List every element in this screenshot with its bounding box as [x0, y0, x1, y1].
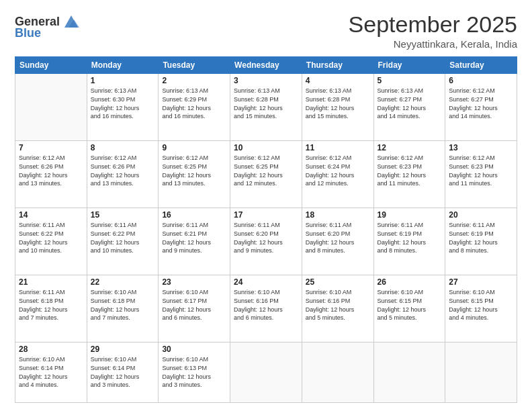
day-info: Sunrise: 6:13 AM Sunset: 6:28 PM Dayligh… — [234, 87, 298, 120]
day-number: 19 — [378, 210, 442, 220]
table-row: 6Sunrise: 6:12 AM Sunset: 6:27 PM Daylig… — [445, 74, 517, 141]
logo: General Blue — [15, 15, 81, 40]
table-row: 9Sunrise: 6:12 AM Sunset: 6:25 PM Daylig… — [159, 141, 230, 208]
logo-icon — [62, 14, 81, 29]
table-row: 12Sunrise: 6:12 AM Sunset: 6:23 PM Dayli… — [373, 141, 445, 208]
table-row: 27Sunrise: 6:10 AM Sunset: 6:15 PM Dayli… — [445, 275, 517, 342]
day-number: 28 — [19, 345, 83, 354]
day-info: Sunrise: 6:12 AM Sunset: 6:25 PM Dayligh… — [162, 154, 226, 187]
day-info: Sunrise: 6:11 AM Sunset: 6:22 PM Dayligh… — [91, 221, 155, 255]
day-number: 16 — [162, 210, 226, 220]
table-row: 23Sunrise: 6:10 AM Sunset: 6:17 PM Dayli… — [159, 275, 230, 342]
table-row: 24Sunrise: 6:10 AM Sunset: 6:16 PM Dayli… — [230, 275, 302, 342]
table-row: 3Sunrise: 6:13 AM Sunset: 6:28 PM Daylig… — [230, 74, 302, 141]
location-title: Neyyattinkara, Kerala, India — [349, 38, 517, 50]
day-number: 25 — [306, 277, 370, 287]
table-row: 26Sunrise: 6:10 AM Sunset: 6:15 PM Dayli… — [373, 275, 445, 342]
day-number: 9 — [162, 143, 226, 152]
day-info: Sunrise: 6:13 AM Sunset: 6:29 PM Dayligh… — [162, 87, 226, 120]
table-row: 7Sunrise: 6:12 AM Sunset: 6:26 PM Daylig… — [15, 141, 87, 208]
table-row: 22Sunrise: 6:10 AM Sunset: 6:18 PM Dayli… — [87, 275, 159, 342]
table-row: 15Sunrise: 6:11 AM Sunset: 6:22 PM Dayli… — [87, 208, 159, 275]
title-section: September 2025 Neyyattinkara, Kerala, In… — [349, 12, 517, 50]
day-number: 3 — [234, 76, 298, 85]
table-row: 14Sunrise: 6:11 AM Sunset: 6:22 PM Dayli… — [15, 208, 87, 275]
day-number: 24 — [234, 277, 298, 287]
day-info: Sunrise: 6:12 AM Sunset: 6:24 PM Dayligh… — [306, 154, 370, 187]
day-number: 18 — [306, 210, 370, 220]
table-row: 19Sunrise: 6:11 AM Sunset: 6:19 PM Dayli… — [373, 208, 445, 275]
col-friday: Friday — [373, 57, 445, 74]
day-info: Sunrise: 6:11 AM Sunset: 6:22 PM Dayligh… — [19, 221, 83, 255]
day-info: Sunrise: 6:12 AM Sunset: 6:27 PM Dayligh… — [449, 87, 513, 120]
table-row: 1Sunrise: 6:13 AM Sunset: 6:30 PM Daylig… — [87, 74, 159, 141]
day-info: Sunrise: 6:10 AM Sunset: 6:15 PM Dayligh… — [449, 288, 513, 322]
table-row: 2Sunrise: 6:13 AM Sunset: 6:29 PM Daylig… — [159, 74, 230, 141]
day-number: 5 — [378, 76, 442, 85]
header-row: Sunday Monday Tuesday Wednesday Thursday… — [15, 57, 517, 74]
table-row: 10Sunrise: 6:12 AM Sunset: 6:25 PM Dayli… — [230, 141, 302, 208]
table-row — [15, 74, 87, 141]
table-row: 16Sunrise: 6:11 AM Sunset: 6:21 PM Dayli… — [159, 208, 230, 275]
day-info: Sunrise: 6:10 AM Sunset: 6:16 PM Dayligh… — [234, 288, 298, 322]
day-number: 29 — [91, 345, 155, 354]
day-number: 13 — [449, 143, 513, 152]
day-info: Sunrise: 6:11 AM Sunset: 6:20 PM Dayligh… — [306, 221, 370, 255]
day-info: Sunrise: 6:12 AM Sunset: 6:26 PM Dayligh… — [19, 154, 83, 187]
day-number: 21 — [19, 277, 83, 287]
table-row: 20Sunrise: 6:11 AM Sunset: 6:19 PM Dayli… — [445, 208, 517, 275]
day-info: Sunrise: 6:11 AM Sunset: 6:19 PM Dayligh… — [449, 221, 513, 255]
month-title: September 2025 — [349, 12, 517, 37]
day-number: 1 — [91, 76, 155, 85]
day-info: Sunrise: 6:12 AM Sunset: 6:23 PM Dayligh… — [449, 154, 513, 187]
day-info: Sunrise: 6:13 AM Sunset: 6:28 PM Dayligh… — [306, 87, 370, 120]
day-info: Sunrise: 6:11 AM Sunset: 6:18 PM Dayligh… — [19, 288, 83, 322]
col-monday: Monday — [87, 57, 159, 74]
col-sunday: Sunday — [15, 57, 87, 74]
page: General Blue September 2025 Neyyattinkar… — [0, 0, 532, 411]
table-row: 18Sunrise: 6:11 AM Sunset: 6:20 PM Dayli… — [302, 208, 373, 275]
day-number: 27 — [449, 277, 513, 287]
table-row: 11Sunrise: 6:12 AM Sunset: 6:24 PM Dayli… — [302, 141, 373, 208]
logo-blue-text: Blue — [15, 26, 41, 40]
day-info: Sunrise: 6:10 AM Sunset: 6:14 PM Dayligh… — [19, 355, 83, 389]
day-info: Sunrise: 6:12 AM Sunset: 6:23 PM Dayligh… — [378, 154, 442, 187]
day-number: 23 — [162, 277, 226, 287]
table-row: 8Sunrise: 6:12 AM Sunset: 6:26 PM Daylig… — [87, 141, 159, 208]
table-row — [373, 342, 445, 403]
table-row: 25Sunrise: 6:10 AM Sunset: 6:16 PM Dayli… — [302, 275, 373, 342]
table-row: 30Sunrise: 6:10 AM Sunset: 6:13 PM Dayli… — [159, 342, 230, 403]
day-number: 6 — [449, 76, 513, 85]
day-info: Sunrise: 6:10 AM Sunset: 6:14 PM Dayligh… — [91, 355, 155, 389]
day-number: 30 — [162, 345, 226, 354]
day-number: 14 — [19, 210, 83, 220]
table-row: 17Sunrise: 6:11 AM Sunset: 6:20 PM Dayli… — [230, 208, 302, 275]
day-number: 22 — [91, 277, 155, 287]
day-info: Sunrise: 6:12 AM Sunset: 6:26 PM Dayligh… — [91, 154, 155, 187]
day-info: Sunrise: 6:10 AM Sunset: 6:15 PM Dayligh… — [378, 288, 442, 322]
table-row: 4Sunrise: 6:13 AM Sunset: 6:28 PM Daylig… — [302, 74, 373, 141]
day-number: 26 — [378, 277, 442, 287]
calendar-table: Sunday Monday Tuesday Wednesday Thursday… — [15, 56, 517, 403]
col-saturday: Saturday — [445, 57, 517, 74]
day-info: Sunrise: 6:11 AM Sunset: 6:21 PM Dayligh… — [162, 221, 226, 255]
table-row: 13Sunrise: 6:12 AM Sunset: 6:23 PM Dayli… — [445, 141, 517, 208]
day-number: 17 — [234, 210, 298, 220]
day-number: 10 — [234, 143, 298, 152]
day-number: 12 — [378, 143, 442, 152]
day-number: 2 — [162, 76, 226, 85]
col-tuesday: Tuesday — [159, 57, 230, 74]
table-row: 5Sunrise: 6:13 AM Sunset: 6:27 PM Daylig… — [373, 74, 445, 141]
day-info: Sunrise: 6:10 AM Sunset: 6:18 PM Dayligh… — [91, 288, 155, 322]
day-number: 7 — [19, 143, 83, 152]
table-row: 21Sunrise: 6:11 AM Sunset: 6:18 PM Dayli… — [15, 275, 87, 342]
top-section: General Blue September 2025 Neyyattinkar… — [15, 12, 517, 50]
day-info: Sunrise: 6:10 AM Sunset: 6:13 PM Dayligh… — [162, 355, 226, 389]
table-row: 29Sunrise: 6:10 AM Sunset: 6:14 PM Dayli… — [87, 342, 159, 403]
day-info: Sunrise: 6:11 AM Sunset: 6:19 PM Dayligh… — [378, 221, 442, 255]
day-info: Sunrise: 6:12 AM Sunset: 6:25 PM Dayligh… — [234, 154, 298, 187]
col-wednesday: Wednesday — [230, 57, 302, 74]
table-row — [445, 342, 517, 403]
day-number: 8 — [91, 143, 155, 152]
day-info: Sunrise: 6:13 AM Sunset: 6:30 PM Dayligh… — [91, 87, 155, 120]
